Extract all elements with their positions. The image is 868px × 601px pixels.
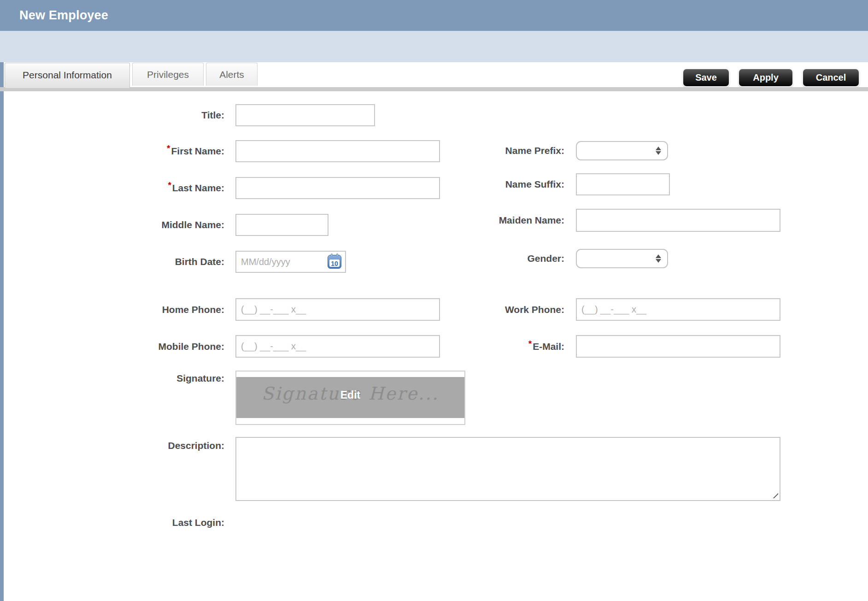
signature-pad[interactable]: Signature Here... Edit	[236, 377, 464, 418]
cancel-button[interactable]: Cancel	[802, 68, 860, 87]
new-employee-window: New Employee Save Apply Cancel Personal …	[0, 0, 868, 601]
first-name-label: *First Name:	[0, 140, 224, 163]
title-label: Title:	[0, 104, 224, 126]
last-name-label: *Last Name:	[0, 177, 224, 200]
maiden-name-label: Maiden Name:	[405, 209, 564, 232]
gender-select[interactable]	[576, 249, 668, 268]
page-title: New Employee	[19, 0, 108, 31]
name-prefix-select[interactable]	[576, 141, 668, 160]
birth-date-label: Birth Date:	[0, 251, 224, 273]
apply-button[interactable]: Apply	[738, 68, 793, 87]
work-phone-input[interactable]	[576, 298, 780, 321]
title-input[interactable]	[235, 104, 375, 126]
select-arrows-icon	[656, 146, 661, 155]
signature-edit-button[interactable]: Edit	[236, 389, 464, 401]
tab-alerts[interactable]: Alerts	[206, 63, 258, 86]
mobile-phone-label: Mobile Phone:	[0, 335, 224, 358]
required-asterisk: *	[167, 143, 170, 153]
personal-information-form: Title: *First Name: Name Prefix: *Last N…	[0, 91, 868, 601]
name-prefix-label: Name Prefix:	[405, 141, 564, 160]
toolbar: Save Apply Cancel	[0, 31, 868, 62]
description-textarea[interactable]	[235, 437, 780, 501]
maiden-name-input[interactable]	[576, 209, 780, 232]
email-label: *E-Mail:	[405, 335, 564, 358]
required-asterisk: *	[528, 339, 532, 348]
middle-name-label: Middle Name:	[0, 214, 224, 236]
home-phone-label: Home Phone:	[0, 298, 224, 321]
signature-label: Signature:	[0, 372, 224, 384]
description-field	[235, 437, 780, 501]
name-suffix-input[interactable]	[576, 173, 670, 195]
last-login-label: Last Login:	[0, 517, 224, 529]
required-asterisk: *	[168, 180, 171, 190]
window-header: New Employee	[0, 0, 868, 31]
work-phone-label: Work Phone:	[405, 298, 564, 321]
signature-box: Signature Here... Edit	[235, 371, 465, 425]
tab-personal-information[interactable]: Personal Information	[5, 63, 130, 88]
tab-privileges[interactable]: Privileges	[132, 63, 204, 86]
gender-label: Gender:	[405, 249, 564, 268]
middle-name-input[interactable]	[235, 214, 328, 236]
calendar-icon[interactable]: 10	[328, 255, 341, 269]
name-suffix-label: Name Suffix:	[405, 173, 564, 195]
description-label: Description:	[0, 440, 224, 452]
tabstrip-divider	[0, 87, 868, 91]
email-input[interactable]	[576, 335, 780, 358]
select-arrows-icon	[656, 254, 661, 263]
save-button[interactable]: Save	[682, 68, 730, 87]
